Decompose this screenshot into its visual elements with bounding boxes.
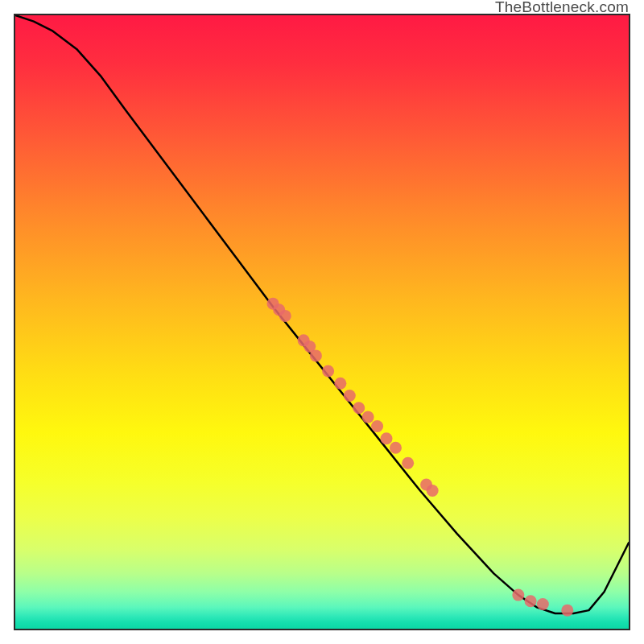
scatter-point xyxy=(512,589,524,601)
scatter-point xyxy=(344,390,356,402)
scatter-point xyxy=(390,442,402,454)
plot-area xyxy=(14,14,630,630)
chart-svg xyxy=(15,15,629,629)
scatter-point xyxy=(402,457,414,469)
scatter-point xyxy=(427,485,439,497)
scatter-point xyxy=(353,402,365,414)
scatter-point xyxy=(322,365,334,377)
scatter-point xyxy=(561,605,573,617)
scatter-point xyxy=(334,378,346,390)
curve-line xyxy=(15,15,629,613)
scatter-point xyxy=(279,310,291,322)
scatter-point xyxy=(362,411,374,423)
scatter-point xyxy=(381,432,393,444)
scatter-points xyxy=(267,298,574,617)
scatter-point xyxy=(371,420,383,432)
chart-frame: TheBottleneck.com xyxy=(0,0,644,644)
scatter-point xyxy=(537,598,549,610)
scatter-point xyxy=(525,595,537,607)
scatter-point xyxy=(310,349,322,361)
